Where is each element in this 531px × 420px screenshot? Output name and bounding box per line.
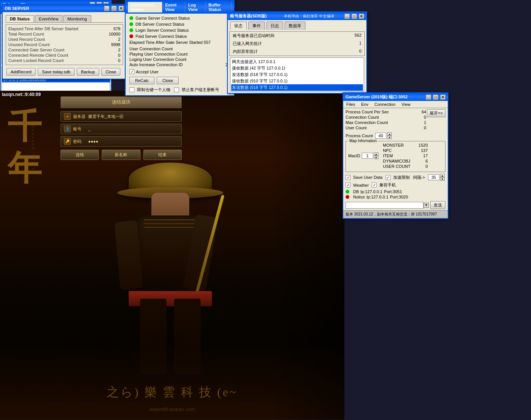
stat-value: 2	[118, 37, 120, 42]
account-log-item[interactable]: 接收数据 (42 字节 127.0.0.1)	[231, 65, 363, 71]
db-maximize-button[interactable]: □	[111, 6, 117, 11]
gs-menu-view[interactable]: View	[400, 102, 412, 107]
spinner-up[interactable]: ▲	[387, 132, 392, 136]
tab-event-view[interactable]: Event View	[162, 2, 185, 12]
db-server-titlebar: DB SERVER _ □ ✕	[3, 5, 126, 12]
new-name-button[interactable]: 新名称	[102, 150, 140, 160]
map-item-value: 6	[425, 159, 428, 163]
connect-button[interactable]: 连线	[61, 150, 99, 160]
map-items: MONSTER1520NPC137ITEM17DYNAMICOBJ6USER C…	[383, 143, 428, 169]
conn-row: User Connection Count1	[129, 46, 230, 51]
db-close-button[interactable]: ✕	[118, 6, 124, 11]
conn-row: Auto Increase Connection ID20	[129, 62, 230, 67]
gs-dropdown-arrow[interactable]: ▼	[424, 203, 429, 208]
gs-send-button[interactable]: 发送	[430, 201, 445, 209]
gs-maximize-button[interactable]: □	[433, 95, 438, 100]
backup-button[interactable]: Backup	[77, 68, 99, 76]
gate-close-button[interactable]: Close	[157, 77, 179, 84]
speed-limit-checkbox[interactable]: ✓	[386, 175, 391, 180]
gs-menu-env[interactable]: Env	[360, 102, 370, 107]
login-panel: 连结成功 ⚔ 服务器 樂雲千年_本地一区 👤 账号 _ 🔑 密码 ●●●● 连线…	[61, 96, 182, 160]
gs-message-input[interactable]	[346, 202, 424, 209]
conn-label: Auto Increase Connection ID	[129, 62, 183, 67]
gs-close-button[interactable]: ✕	[440, 95, 445, 100]
db-stat-row: Total Record Count10000	[8, 31, 120, 37]
restrict-checkbox-1[interactable]	[129, 87, 134, 92]
db-minimize-button[interactable]: _	[104, 6, 109, 11]
tab-buffer-status[interactable]: Buffer Status	[206, 2, 232, 12]
save-user-data-checkbox[interactable]: ✓	[346, 175, 350, 180]
account-subtitle: 本程序由：疯狂海军 中文编译	[284, 14, 334, 19]
tab-db-status[interactable]: DB Status	[6, 15, 34, 22]
status-dot	[129, 34, 133, 38]
gameserver-titlebar-buttons: _ □ ✕	[425, 95, 445, 100]
account-log-item[interactable]: 接收数据 (910 字节 127.0.0.1)	[231, 78, 363, 84]
interval-spinner-buttons[interactable]: ▲ ▼	[440, 174, 445, 181]
gs-menu-files[interactable]: Files	[345, 102, 357, 107]
conn-row: Playing User Connection Count0	[129, 51, 230, 57]
account-maximize-button[interactable]: □	[352, 14, 357, 19]
gs-stat-value: 0	[424, 126, 426, 130]
interval-up[interactable]: ▲	[440, 174, 445, 177]
macid-up[interactable]: ▲	[374, 152, 378, 156]
account-stat-label: 内部异常统计	[233, 49, 258, 54]
recalc-button[interactable]: ReCalc	[129, 77, 154, 84]
macid-label: MacID	[348, 153, 360, 158]
spinner-down[interactable]: ▼	[387, 136, 392, 139]
save-sdb-button[interactable]: Save today.sdb	[38, 68, 75, 76]
account-close-button[interactable]: ✕	[359, 14, 364, 19]
account-tab-db[interactable]: 数据库	[285, 22, 305, 30]
gs-server-status: DB Ip:127.0.0.1 Port:3051 Notice Ip:127.…	[343, 189, 448, 200]
watermark-url: lewen99.taobao.com	[149, 406, 195, 412]
account-log-item[interactable]: 发送数据 (518 字节 127.0.0.1)	[231, 84, 363, 91]
gs-menu-connection[interactable]: Connection	[373, 102, 397, 107]
restrict-checkbox-2[interactable]	[174, 87, 179, 92]
map-info-row: NPC137	[383, 148, 428, 153]
account-stats-area: 账号服务器已启动时间562已接入网关统计1内部异常统计0	[229, 31, 365, 56]
interval-spinner[interactable]: ▲ ▼	[428, 174, 445, 181]
add-record-button[interactable]: AddRecord	[6, 68, 36, 76]
process-count-input[interactable]	[375, 133, 386, 139]
stat-label: Unused Record Count	[8, 42, 50, 47]
account-tab-events[interactable]: 事件	[248, 22, 265, 30]
macid-down[interactable]: ▼	[374, 156, 378, 159]
timestamp: laoqn.net::9:40:09	[2, 92, 41, 97]
account-tab-logs[interactable]: 日志	[266, 22, 283, 30]
account-tab-status[interactable]: 状态	[230, 22, 247, 30]
account-stat-row: 账号服务器已启动时间562	[230, 32, 364, 40]
account-minimize-button[interactable]: _	[344, 14, 350, 19]
account-field: 👤 账号 _	[61, 124, 182, 134]
account-stat-row: 内部异常统计0	[230, 48, 364, 56]
interval-down[interactable]: ▼	[440, 177, 445, 181]
macid-input[interactable]	[362, 153, 373, 159]
spinner-buttons[interactable]: ▲ ▼	[387, 132, 392, 139]
tab-log-view[interactable]: Log View	[185, 2, 205, 12]
macid-spinner[interactable]: ▲ ▼	[362, 152, 378, 159]
gate-status-titlebar: Connection Status Event View Log View Bu…	[126, 1, 234, 14]
mobile-compat-checkbox[interactable]: ✓	[372, 183, 377, 188]
weather-checkbox[interactable]: ✓	[346, 183, 350, 188]
gs-expand-button[interactable]: 展开=>	[427, 109, 445, 117]
weather-check: ✓ Weather	[346, 183, 369, 188]
gs-check-row-2: ✓ Weather ✓ 兼容手机	[343, 181, 448, 189]
server-field: ⚔ 服务器 樂雲千年_本地一区	[61, 111, 182, 122]
accept-user-checkbox[interactable]: ✓	[129, 69, 134, 74]
stat-value: 578	[114, 26, 120, 31]
macid-spinner-buttons[interactable]: ▲ ▼	[374, 152, 378, 159]
status-label: Login Server Connect Status	[135, 28, 189, 33]
accept-user-label: Accept User	[136, 70, 159, 74]
tab-monitoring[interactable]: Monitoring	[63, 15, 91, 22]
gs-input-select: ▼	[346, 201, 429, 209]
interval-input[interactable]	[428, 174, 439, 180]
tab-eventview[interactable]: EventView	[35, 15, 63, 22]
status-label: DB Server Connect Status	[135, 22, 184, 26]
db-buttons: AddRecord Save today.sdb Backup Close	[4, 67, 125, 77]
gs-minimize-button[interactable]: _	[426, 95, 431, 100]
exit-button[interactable]: 结束	[143, 150, 182, 160]
gate-elapsed: Elapsed Time After Gate Server Started 5…	[127, 39, 232, 45]
tab-connection-status[interactable]: Connection Status	[128, 2, 162, 12]
account-log-item[interactable]: 发送数据 (518 字节 127.0.0.1)	[231, 71, 363, 78]
process-count-spinner[interactable]: ▲ ▼	[375, 132, 392, 139]
db-close-btn[interactable]: Close	[101, 68, 120, 76]
stat-value: 0	[118, 58, 120, 63]
